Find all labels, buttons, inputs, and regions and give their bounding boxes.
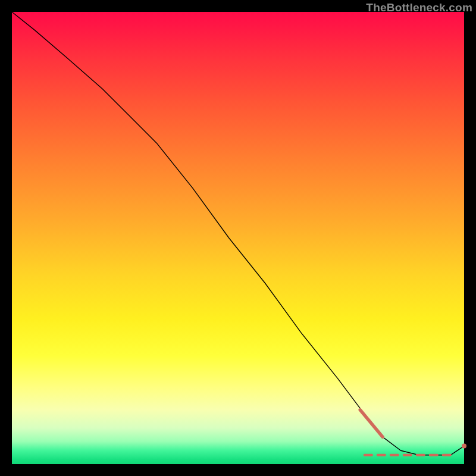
- chart-stage: TheBottleneck.com: [0, 0, 476, 476]
- bottleneck-curve-line: [12, 12, 464, 455]
- chart-overlay: [12, 12, 464, 464]
- accent-solid-segment: [360, 410, 383, 437]
- curve-end-dot: [462, 444, 466, 449]
